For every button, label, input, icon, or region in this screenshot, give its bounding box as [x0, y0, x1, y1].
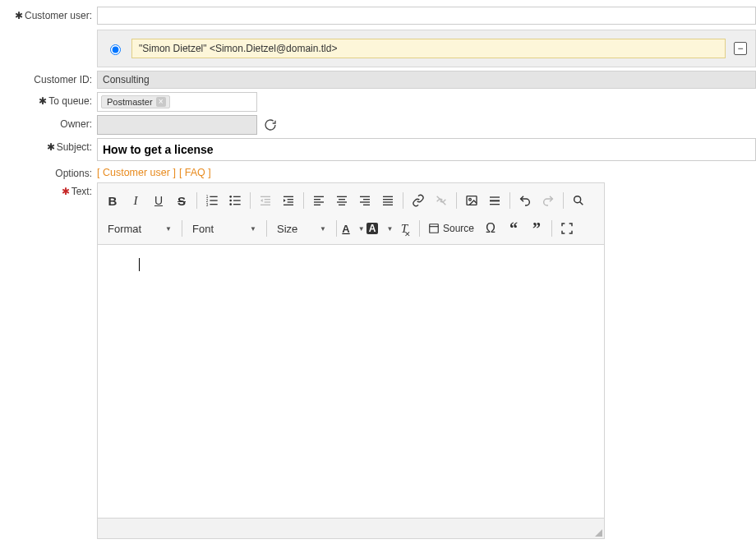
label-to-queue: ✱To queue: — [0, 92, 97, 107]
svg-rect-1 — [210, 196, 217, 197]
svg-rect-19 — [284, 205, 293, 205]
align-right-button[interactable] — [353, 189, 376, 212]
source-button[interactable]: Source — [423, 217, 479, 240]
customer-user-input[interactable] — [97, 7, 756, 25]
rich-text-editor: B I U S 123 — [97, 182, 605, 539]
label-customer-user: ✱Customer user: — [0, 7, 97, 21]
options-customer-user-link[interactable]: [ Customer user ] — [97, 167, 176, 178]
ordered-list-button[interactable]: 123 — [201, 189, 224, 212]
svg-rect-3 — [210, 200, 217, 201]
resize-grip-icon[interactable] — [595, 529, 602, 537]
label-subject: ✱Subject: — [0, 138, 97, 153]
editor-body[interactable] — [98, 245, 604, 519]
svg-rect-15 — [260, 205, 270, 205]
strike-button[interactable]: S — [170, 189, 193, 212]
svg-rect-7 — [233, 196, 241, 197]
svg-rect-24 — [337, 196, 347, 197]
svg-rect-16 — [284, 196, 293, 197]
customer-user-suggestion[interactable]: "Simon Dietzel" <Simon.Dietzel@domain.tl… — [131, 39, 726, 58]
svg-point-10 — [229, 203, 232, 205]
queue-tag-label: Postmaster — [107, 97, 153, 107]
svg-rect-17 — [288, 199, 293, 200]
size-select[interactable]: Size▼ — [270, 217, 333, 240]
remove-format-button[interactable]: T✕ — [393, 217, 416, 240]
customer-user-suggestion-radio[interactable] — [110, 44, 121, 55]
subject-input[interactable] — [97, 138, 756, 161]
svg-rect-40 — [490, 200, 500, 201]
underline-button[interactable]: U — [147, 189, 170, 212]
format-select[interactable]: Format▼ — [101, 217, 178, 240]
svg-rect-13 — [265, 199, 270, 200]
svg-rect-37 — [467, 196, 477, 205]
open-quote-button[interactable]: “ — [502, 217, 525, 240]
svg-point-6 — [229, 196, 232, 198]
outdent-button[interactable] — [254, 189, 277, 212]
svg-rect-9 — [233, 200, 241, 201]
owner-refresh-icon[interactable] — [264, 118, 277, 131]
svg-point-42 — [574, 196, 581, 203]
svg-rect-25 — [339, 199, 345, 200]
image-button[interactable] — [460, 189, 483, 212]
unlink-button[interactable] — [430, 189, 453, 212]
svg-rect-26 — [337, 201, 347, 202]
svg-line-43 — [580, 202, 583, 205]
label-owner: Owner: — [0, 115, 97, 130]
maximize-button[interactable] — [555, 217, 579, 240]
svg-rect-31 — [363, 205, 370, 205]
close-quote-button[interactable]: ” — [525, 217, 548, 240]
text-cursor-icon — [139, 258, 140, 271]
text-color-button[interactable]: A▼ — [340, 217, 366, 240]
editor-statusbar — [98, 519, 604, 538]
align-left-button[interactable] — [307, 189, 330, 212]
indent-button[interactable] — [277, 189, 300, 212]
svg-point-38 — [469, 198, 472, 201]
queue-tag: Postmaster × — [101, 95, 170, 108]
label-customer-id: Customer ID: — [0, 71, 97, 85]
svg-rect-5 — [210, 204, 217, 205]
svg-rect-12 — [260, 196, 270, 197]
svg-rect-20 — [314, 196, 324, 197]
customer-id-value: Consulting — [97, 71, 756, 89]
label-options: Options: — [0, 164, 97, 179]
italic-button[interactable]: I — [124, 189, 147, 212]
svg-rect-39 — [490, 196, 500, 197]
special-char-button[interactable]: Ω — [479, 217, 502, 240]
undo-button[interactable] — [514, 189, 537, 212]
align-center-button[interactable] — [330, 189, 353, 212]
svg-rect-11 — [233, 204, 241, 205]
editor-toolbar: B I U S 123 — [98, 183, 604, 245]
link-button[interactable] — [407, 189, 430, 212]
owner-select[interactable] — [97, 115, 257, 135]
redo-button[interactable] — [537, 189, 560, 212]
svg-rect-32 — [383, 196, 393, 197]
svg-rect-34 — [383, 201, 393, 202]
svg-rect-30 — [360, 201, 370, 202]
align-justify-button[interactable] — [376, 189, 399, 212]
svg-rect-28 — [360, 196, 370, 197]
svg-rect-29 — [363, 199, 370, 200]
svg-rect-22 — [314, 201, 324, 202]
options-faq-link[interactable]: [ FAQ ] — [179, 167, 211, 178]
svg-text:3: 3 — [206, 203, 209, 207]
font-select[interactable]: Font▼ — [186, 217, 263, 240]
svg-point-8 — [229, 200, 232, 202]
bold-button[interactable]: B — [101, 189, 124, 212]
horizontal-rule-button[interactable] — [483, 189, 506, 212]
svg-rect-44 — [430, 224, 439, 233]
label-text: ✱Text: — [0, 182, 97, 197]
svg-rect-21 — [314, 199, 320, 200]
svg-rect-18 — [288, 201, 293, 202]
queue-tag-remove-icon[interactable]: × — [156, 97, 166, 107]
svg-rect-23 — [314, 205, 320, 205]
svg-rect-33 — [383, 199, 393, 200]
svg-rect-27 — [339, 205, 345, 205]
svg-rect-41 — [490, 204, 500, 205]
find-button[interactable] — [567, 189, 590, 212]
unordered-list-button[interactable] — [224, 189, 247, 212]
remove-suggestion-button[interactable]: − — [734, 42, 747, 55]
customer-user-suggestion-panel: "Simon Dietzel" <Simon.Dietzel@domain.tl… — [97, 30, 756, 67]
to-queue-input[interactable]: Postmaster × — [97, 92, 257, 112]
svg-rect-14 — [265, 201, 270, 202]
bg-color-button[interactable]: A▼ — [366, 217, 393, 240]
svg-rect-35 — [383, 205, 393, 205]
